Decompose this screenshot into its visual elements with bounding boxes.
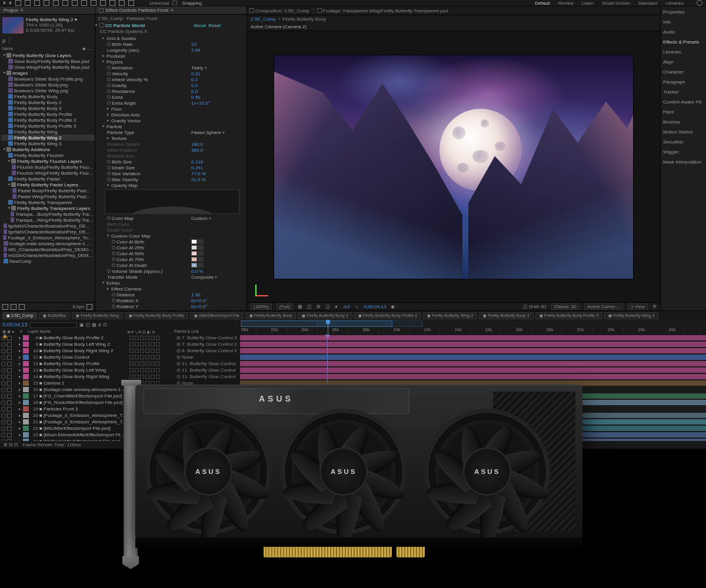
project-item[interactable]: Firefly Butterfly Transparent — [1, 199, 95, 205]
project-item[interactable]: Firefly Butterfly Wing 2 — [1, 135, 95, 141]
snapshot-icon[interactable]: ◉ — [391, 304, 395, 309]
effect-prop[interactable]: Physics — [98, 59, 244, 65]
project-item[interactable]: bfG_/CharacterIllustrationPrep_DEMO_…AE.… — [1, 246, 95, 252]
panel-content-aware-fill[interactable]: Content-Aware Fill — [663, 99, 704, 105]
track-row[interactable] — [240, 335, 706, 341]
project-item[interactable]: Bowlow's Slider Wing.png — [1, 88, 95, 93]
effect-prop[interactable]: AnimationTwirly ▾ — [98, 65, 244, 71]
resolution-dropdown[interactable]: (Full) — [277, 303, 293, 310]
project-item[interactable]: Glow Wing/Firefly Butterfly Blue.psd — [1, 64, 95, 70]
timeline-tab[interactable]: ◼ Firefly Butterfly Body Profile 2 — [354, 312, 421, 319]
project-item[interactable]: Firefly Butterfly Pastel Layers — [1, 182, 95, 188]
panel-paragraph[interactable]: Paragraph — [663, 79, 704, 85]
test-button[interactable]: .d/2 — [342, 304, 350, 309]
name-column[interactable]: Name — [2, 46, 14, 51]
effect-prop[interactable]: Grid & Guides — [98, 35, 244, 41]
3d-renderer-dropdown[interactable]: Classic 3D — [551, 303, 580, 310]
draft3d-toggle[interactable]: ◫ Draft 3D — [523, 304, 547, 309]
hand-tool-icon[interactable] — [15, 0, 21, 6]
new-folder-icon[interactable] — [11, 304, 16, 310]
new-comp-icon[interactable] — [2, 304, 8, 310]
effect-prop[interactable]: Size Variation77.0 % — [98, 171, 244, 176]
effect-prop[interactable]: Max Opacity51.0 % — [98, 176, 244, 182]
project-item[interactable]: fgcfskh/CharacterIllustrationPrep_DEMO_…… — [1, 229, 95, 235]
channel-icon[interactable]: ● — [335, 304, 338, 309]
project-item[interactable]: Firefly Butterfly Body Profile 2 — [1, 117, 95, 123]
solo-toggle[interactable] — [7, 400, 12, 405]
visibility-toggle[interactable] — [1, 349, 6, 353]
project-item[interactable]: Firefly Butterfly Body Profile — [1, 111, 95, 117]
type-tool-icon[interactable] — [81, 0, 87, 6]
effect-prop[interactable]: Texture — [98, 135, 244, 141]
effect-prop[interactable]: Transfer ModeComposite ▾ — [98, 274, 244, 280]
panel-effects-presets[interactable]: Effects & Presets — [663, 39, 704, 45]
timeline-tab[interactable]: ◼ Firefly Butterfly Body Profile — [125, 312, 188, 319]
project-item[interactable]: Transpa…Body/Firefly Butterfly Transpare… — [1, 211, 95, 217]
workspace-default[interactable]: Default — [535, 1, 550, 6]
project-item[interactable]: Firefly Butterfly Transparent Layers — [1, 205, 95, 211]
layer-row[interactable]: 8■ Butterfly Glow Body Profile 2◎ 7. But… — [0, 335, 240, 341]
project-item[interactable]: Glow Body/Firefly Butterfly Blue.psd — [1, 58, 95, 64]
panel-info[interactable]: Info — [663, 19, 704, 25]
viewer-timecode[interactable]: 0;00;04;13 — [364, 304, 387, 309]
solo-toggle[interactable] — [7, 407, 12, 412]
effect-prop[interactable]: Gravity0.0 — [98, 82, 244, 88]
workspace-libraries[interactable]: Libraries — [665, 1, 684, 6]
clone-tool-icon[interactable] — [100, 0, 106, 6]
effect-prop[interactable]: Birth Rate23 — [98, 41, 244, 47]
eraser-tool-icon[interactable] — [109, 0, 115, 6]
comp-tab[interactable]: Composition: 2.5D_Comp — [255, 8, 309, 14]
puppet-tool-icon[interactable] — [128, 0, 134, 6]
visibility-toggle[interactable] — [1, 375, 6, 379]
panel-character[interactable]: Character — [663, 69, 704, 75]
visibility-toggle[interactable] — [1, 426, 6, 431]
visibility-toggle[interactable] — [1, 394, 6, 399]
panel-smoother[interactable]: Smoother — [663, 139, 704, 145]
timeline-tab[interactable]: ◼ Butterflies — [39, 312, 70, 319]
rotate-tool-icon[interactable] — [34, 0, 40, 6]
project-item[interactable]: mGDb/CharacterIllustrationPrep_DEMO_…AE.… — [1, 252, 95, 258]
search-icon[interactable] — [697, 0, 702, 6]
project-item[interactable]: Pastel Wing/Firefly Butterfly Pastel.psd — [1, 193, 95, 199]
playhead[interactable] — [328, 320, 328, 335]
project-item[interactable]: Firefly Butterfly Glow Layers — [1, 52, 95, 58]
panel-tracker[interactable]: Tracker — [663, 89, 704, 95]
effect-prop[interactable]: Color At 50% — [98, 250, 244, 256]
project-item[interactable]: Firefly Butterfly Body 3 — [1, 105, 95, 111]
timeline-tab[interactable]: ◼ Firefly Butterfly Body — [245, 312, 297, 319]
effect-prop[interactable]: Extra0.50 — [98, 94, 244, 100]
zoom-dropdown[interactable]: (100%) — [251, 303, 272, 310]
solo-toggle[interactable] — [7, 362, 12, 366]
track-row[interactable] — [240, 360, 706, 367]
effect-prop[interactable]: Direction Axis — [98, 112, 244, 118]
panel-paint[interactable]: Paint — [663, 109, 704, 115]
workspace-small-screen[interactable]: Small Screen — [602, 1, 630, 6]
reset-link[interactable]: Reset — [208, 23, 221, 28]
solo-toggle[interactable] — [7, 355, 12, 360]
effect-prop[interactable]: Color MapCustom ▾ — [98, 215, 244, 221]
transparency-icon[interactable]: ▦ — [298, 304, 302, 309]
project-item[interactable]: fgcfskh/CharacterIllustrationPrep_DEMO_…… — [1, 223, 95, 229]
preview-range[interactable] — [317, 320, 423, 327]
effect-prop[interactable]: Velocity0.21 — [98, 71, 244, 76]
project-item[interactable]: Transpa…Wing/Firefly Butterfly Transpare… — [1, 217, 95, 223]
panel-wiggler[interactable]: Wiggler — [663, 149, 704, 155]
visibility-toggle[interactable] — [1, 420, 6, 425]
shape-tool-icon[interactable] — [62, 0, 68, 6]
timeline-tab[interactable]: ◼ Firefly Butterfly Body 2 — [298, 312, 352, 319]
axis-gizmo[interactable] — [255, 283, 268, 296]
solo-toggle[interactable] — [7, 394, 12, 399]
visibility-toggle[interactable] — [1, 413, 6, 418]
visibility-toggle[interactable] — [1, 336, 6, 340]
interpret-icon[interactable] — [19, 304, 25, 310]
view-options-icon[interactable]: ⚙ — [652, 304, 657, 309]
timeline-tab[interactable]: ◼ AfterEffectsImport File — [190, 312, 244, 319]
camera-tool-icon[interactable] — [44, 0, 49, 6]
solo-toggle[interactable] — [7, 420, 12, 425]
visibility-toggle[interactable] — [1, 407, 6, 412]
visibility-toggle[interactable] — [1, 433, 6, 437]
effect-prop[interactable]: Death Size0.291 — [98, 165, 244, 171]
solo-toggle[interactable] — [7, 342, 12, 347]
effect-prop[interactable]: Particle — [98, 123, 244, 129]
visibility-toggle[interactable] — [1, 355, 6, 360]
